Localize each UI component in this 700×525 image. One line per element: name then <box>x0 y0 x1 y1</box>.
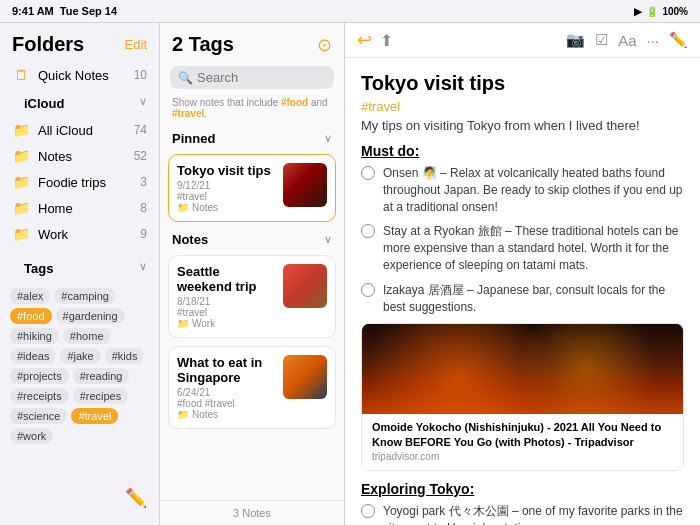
tag-kids[interactable]: #kids <box>105 348 145 364</box>
seattle-note-info: Seattle weekend trip 8/18/21 #travel 📁 W… <box>177 264 277 329</box>
tag-projects[interactable]: #projects <box>10 368 69 384</box>
seattle-folder-name: Work <box>192 318 215 329</box>
wifi-icon: ▶ <box>634 6 642 17</box>
pinned-note-thumb <box>283 163 327 207</box>
singapore-note-date: 6/24/21 <box>177 387 277 398</box>
new-note-button[interactable]: ✏️ <box>125 487 147 509</box>
seattle-folder-icon: 📁 <box>177 318 189 329</box>
tag-gardening[interactable]: #gardening <box>56 308 125 324</box>
search-bar[interactable]: 🔍 🎤 <box>170 66 334 89</box>
notes-folder-count: 52 <box>134 149 147 163</box>
link-card-title: Omoide Yokocho (Nishishinjuku) - 2021 Al… <box>372 420 673 449</box>
folder-small-icon: 📁 <box>177 202 189 213</box>
seattle-note-tags: #travel <box>177 307 277 318</box>
quick-notes-count: 10 <box>134 68 147 82</box>
tag-reading[interactable]: #reading <box>73 368 130 384</box>
link-card-info: Omoide Yokocho (Nishishinjuku) - 2021 Al… <box>362 414 683 470</box>
notes-label: Notes <box>172 232 208 247</box>
must-do-heading: Must do: <box>361 143 684 159</box>
tag-jake[interactable]: #jake <box>60 348 100 364</box>
note-content: Tokyo visit tips #travel My tips on visi… <box>345 58 700 525</box>
tag-alex[interactable]: #alex <box>10 288 50 304</box>
pinned-note-tokyo[interactable]: Tokyo visit tips 9/12/21 #travel 📁 Notes <box>168 154 336 222</box>
folder-quick-notes[interactable]: 🗒 Quick Notes 10 <box>0 62 159 88</box>
tag-ideas[interactable]: #ideas <box>10 348 56 364</box>
all-icloud-icon: 📁 <box>12 122 30 138</box>
link-card-url: tripadvisor.com <box>372 451 673 462</box>
tag-food[interactable]: #food <box>10 308 52 324</box>
home-folder-count: 8 <box>140 201 147 215</box>
folder-notes[interactable]: 📁 Notes 52 <box>0 143 159 169</box>
note-title: Tokyo visit tips <box>361 72 684 95</box>
pinned-note-folder: 📁 Notes <box>177 202 277 213</box>
pinned-note-folder-name: Notes <box>192 202 218 213</box>
middle-footer: 3 Notes <box>160 500 344 525</box>
note-hashtag: #travel <box>361 99 684 114</box>
link-card[interactable]: Omoide Yokocho (Nishishinjuku) - 2021 Al… <box>361 323 684 471</box>
camera-icon[interactable]: 📷 <box>566 31 585 49</box>
left-bottom: ✏️ <box>0 479 159 517</box>
toolbar-left: ↩ ⬆ <box>357 29 393 51</box>
explore-check-0[interactable] <box>361 504 375 518</box>
quick-notes-icon: 🗒 <box>12 67 30 83</box>
singapore-note-tags: #food #travel <box>177 398 277 409</box>
status-time: 9:41 AM <box>12 5 54 17</box>
seattle-note-thumb <box>283 264 327 308</box>
filter-icon[interactable]: ⊙ <box>317 34 332 56</box>
folder-work[interactable]: 📁 Work 9 <box>0 221 159 247</box>
icloud-chevron-icon[interactable]: ∨ <box>139 95 147 108</box>
checklist-text-0: Onsen 🧖 – Relax at volcanically heated b… <box>383 165 684 215</box>
right-toolbar: ↩ ⬆ 📷 ☑ Aa ··· ✏️ <box>345 23 700 58</box>
right-panel: ↩ ⬆ 📷 ☑ Aa ··· ✏️ Tokyo visit tips #trav… <box>345 23 700 525</box>
note-subtitle: My tips on visiting Tokyo from when I li… <box>361 118 684 133</box>
note-singapore[interactable]: What to eat in Singapore 6/24/21 #food #… <box>168 346 336 429</box>
tags-area: #alex #camping #food #gardening #hiking … <box>0 282 159 448</box>
tag-travel[interactable]: #travel <box>71 408 118 424</box>
tag-science[interactable]: #science <box>10 408 67 424</box>
pinned-note-info: Tokyo visit tips 9/12/21 #travel 📁 Notes <box>177 163 277 213</box>
folder-home[interactable]: 📁 Home 8 <box>0 195 159 221</box>
singapore-note-folder: 📁 Notes <box>177 409 277 420</box>
folders-header: Folders Edit <box>0 23 159 62</box>
tag-hiking[interactable]: #hiking <box>10 328 59 344</box>
pinned-chevron-icon[interactable]: ∨ <box>324 132 332 145</box>
search-input[interactable] <box>197 70 345 85</box>
share-icon[interactable]: ⬆ <box>380 31 393 50</box>
tags-count-title: 2 Tags <box>172 33 234 56</box>
foodie-trips-count: 3 <box>140 175 147 189</box>
format-icon[interactable]: Aa <box>618 32 636 49</box>
check-circle-2[interactable] <box>361 283 375 297</box>
folder-all-icloud[interactable]: 📁 All iCloud 74 <box>0 117 159 143</box>
notes-chevron-icon[interactable]: ∨ <box>324 233 332 246</box>
compose-icon[interactable]: ✏️ <box>669 31 688 49</box>
edit-button[interactable]: Edit <box>125 37 147 52</box>
more-icon[interactable]: ··· <box>646 32 659 49</box>
checklist-item-2: Izakaya 居酒屋 – Japanese bar, consult loca… <box>361 282 684 316</box>
pinned-label: Pinned <box>172 131 215 146</box>
checklist-icon[interactable]: ☑ <box>595 31 608 49</box>
folder-foodie-trips[interactable]: 📁 Foodie trips 3 <box>0 169 159 195</box>
back-arrow-icon[interactable]: ↩ <box>357 29 372 51</box>
tag-work[interactable]: #work <box>10 428 53 444</box>
status-day: Tue Sep 14 <box>60 5 117 17</box>
middle-panel: 2 Tags ⊙ 🔍 🎤 Show notes that include #fo… <box>160 23 345 525</box>
tag-recipes[interactable]: #recipes <box>73 388 129 404</box>
tag-camping[interactable]: #camping <box>54 288 116 304</box>
note-seattle[interactable]: Seattle weekend trip 8/18/21 #travel 📁 W… <box>168 255 336 338</box>
seattle-note-folder: 📁 Work <box>177 318 277 329</box>
check-circle-0[interactable] <box>361 166 375 180</box>
folders-title: Folders <box>12 33 84 56</box>
check-circle-1[interactable] <box>361 224 375 238</box>
status-right: ▶ 🔋 100% <box>634 6 688 17</box>
work-folder-count: 9 <box>140 227 147 241</box>
tags-section-row: Tags ∨ <box>0 253 159 282</box>
main-layout: Folders Edit 🗒 Quick Notes 10 iCloud ∨ 📁… <box>0 22 700 525</box>
filter-hint: Show notes that include #food and #trave… <box>160 95 344 125</box>
pinned-note-tags: #travel <box>177 191 277 202</box>
home-folder-icon: 📁 <box>12 200 30 216</box>
pinned-note-title: Tokyo visit tips <box>177 163 277 178</box>
battery-level: 100% <box>662 6 688 17</box>
tags-chevron-icon[interactable]: ∨ <box>139 260 147 273</box>
tag-receipts[interactable]: #receipts <box>10 388 69 404</box>
tag-home[interactable]: #home <box>63 328 111 344</box>
